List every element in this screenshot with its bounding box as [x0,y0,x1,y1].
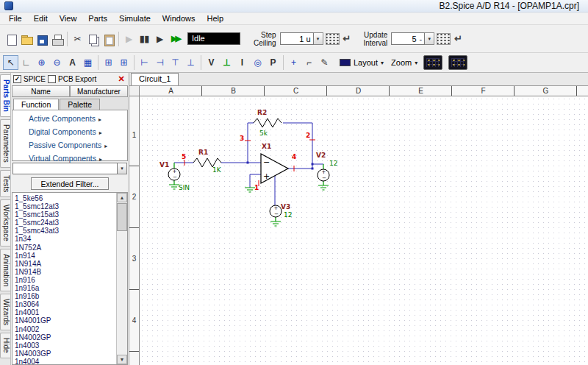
layout-dropdown[interactable]: Layout ▾ [340,58,384,67]
wires[interactable] [174,123,323,205]
part-list-item[interactable]: 1_5smc43at3 [15,227,116,235]
tab-circuit-1[interactable]: Circuit_1 [131,73,179,85]
part-list-item[interactable]: 1n916 [15,276,116,284]
menu-item[interactable]: Edit [28,13,54,24]
schematic-canvas[interactable]: + − + − + − − + V1 SIN R1 [140,96,588,365]
new-file-icon[interactable] [3,31,18,47]
r2-label[interactable]: R2 [257,109,267,116]
tab-palette[interactable]: Palette [60,99,100,110]
scroll-down-icon[interactable]: ▼ [117,355,127,364]
parts-grid-icon[interactable]: ⊞ [101,55,116,70]
menu-item[interactable]: File [3,13,28,24]
resistor-r2[interactable] [254,118,282,127]
part-list-item[interactable]: 1n914 [15,252,116,260]
part-list-item[interactable]: 1N752A [15,244,116,252]
close-panel-icon[interactable]: ✕ [116,74,126,84]
pin-down-icon[interactable]: ⊥ [183,55,198,70]
pcb-export-checkbox[interactable] [48,75,56,83]
r1-value[interactable]: 1K [212,166,222,174]
part-list-item[interactable]: 1_5smc15at3 [15,210,116,219]
stop-icon[interactable]: ▶ [121,31,137,47]
pause-icon[interactable]: ▮▮ [137,31,152,47]
tab-workspace[interactable]: Workspace [0,199,10,247]
v1-label[interactable]: V1 [159,161,169,169]
text-tool-icon[interactable]: A [65,55,80,70]
pen-tool-icon[interactable]: ✎ [317,55,332,70]
scrollbar-thumb[interactable] [117,203,127,231]
v2-value[interactable]: 12 [329,160,337,167]
menu-item[interactable]: Windows [157,13,201,24]
step-ceiling-spinner[interactable]: ▾ [314,32,323,45]
tab-tests[interactable]: Tests [0,170,10,197]
menu-item[interactable]: Simulate [113,13,157,24]
menu-item[interactable]: Help [201,13,229,24]
part-search-combobox[interactable] [12,163,118,174]
part-list-item[interactable]: 1N914A [15,260,116,268]
part-list-item[interactable]: 1n4002 [15,325,116,333]
wire-tool-icon[interactable]: ∟ [18,55,34,70]
parts-grid-alt-icon[interactable]: ⊞ [116,55,132,70]
v1-value[interactable]: SIN [179,184,190,191]
name-column-button[interactable]: Name [12,85,70,97]
step-ceiling-options-button[interactable] [326,33,340,45]
tab-parameters[interactable]: Parameters [0,119,10,168]
apply-interval-icon[interactable]: ↵ [454,33,462,44]
separator[interactable] [201,55,201,70]
v3-value[interactable]: 12 [284,211,292,219]
part-list-item[interactable]: 1N4001GP [15,316,116,325]
print-icon[interactable] [49,31,65,47]
category-item[interactable]: Active Components▸ [12,113,127,126]
select-tool-icon[interactable]: ↖ [3,55,18,70]
separator[interactable] [98,55,98,70]
update-interval-input[interactable]: 5 - [391,32,425,45]
part-list-item[interactable]: 1N4002GP [15,333,116,341]
ground-icon[interactable]: ⊥ [219,55,234,70]
r1-label[interactable]: R1 [198,149,208,156]
part-list-item[interactable]: 1n916a [15,284,116,292]
parts-list-scrollbar[interactable]: ▲ ▼ [116,193,127,364]
part-list-item[interactable]: 1n34 [15,235,116,243]
x1-label[interactable]: X1 [262,143,271,150]
combobox-dropdown-icon[interactable]: ▾ [118,163,127,174]
r2-value[interactable]: 5k [259,130,268,137]
part-list-item[interactable]: 1N4003GP [15,350,116,358]
part-list-item[interactable]: 1n4001 [15,308,116,316]
spice-checkbox[interactable]: ✓ [13,75,21,83]
part-list-item[interactable]: 1_5ke56 [15,194,116,202]
netlist-view-icon[interactable] [423,55,442,70]
board-view-icon[interactable] [448,55,467,70]
add-node-icon[interactable]: + [286,55,301,70]
separator[interactable] [134,55,135,70]
run-icon[interactable]: ▶▶ [168,31,183,47]
v2-label[interactable]: V2 [316,152,326,159]
part-list-item[interactable]: 1n3064 [15,300,116,308]
pin-left-icon[interactable]: ⊢ [137,55,152,70]
zoom-dropdown[interactable]: Zoom ▾ [391,58,417,67]
part-list-item[interactable]: 1n916b [15,292,116,300]
separator[interactable] [283,55,284,70]
category-item[interactable]: Passive Components▸ [12,139,127,152]
update-interval-options-button[interactable] [437,33,451,45]
pin-right-icon[interactable]: ⊣ [152,55,168,70]
step-ceiling-input[interactable]: 1 u [280,32,314,45]
tab-wizards[interactable]: Wizards [0,294,10,330]
part-list-item[interactable]: 1n4004 [15,358,116,365]
menu-item[interactable]: View [54,13,83,24]
extended-filter-button[interactable]: Extended Filter... [31,177,109,190]
power-probe-icon[interactable]: P [265,55,281,70]
part-list-item[interactable]: 1N914B [15,268,116,276]
zoom-in-icon[interactable]: ⊕ [34,55,49,70]
voltage-probe-icon[interactable]: V [204,55,219,70]
separator[interactable] [67,32,68,46]
copy-icon[interactable] [85,31,101,47]
corner-tool-icon[interactable]: ⌐ [301,55,317,70]
tab-animation[interactable]: Animation [0,249,10,291]
play-icon[interactable]: ▶ [152,31,168,47]
paste-icon[interactable] [101,31,116,47]
current-probe-icon[interactable]: I [234,55,250,70]
v3-label[interactable]: V3 [281,203,290,210]
tab-parts-bin[interactable]: Parts Bin [0,74,10,117]
separator[interactable] [118,32,119,46]
probe-icon[interactable]: ◎ [250,55,265,70]
ic-tool-icon[interactable]: ▦ [80,55,96,70]
